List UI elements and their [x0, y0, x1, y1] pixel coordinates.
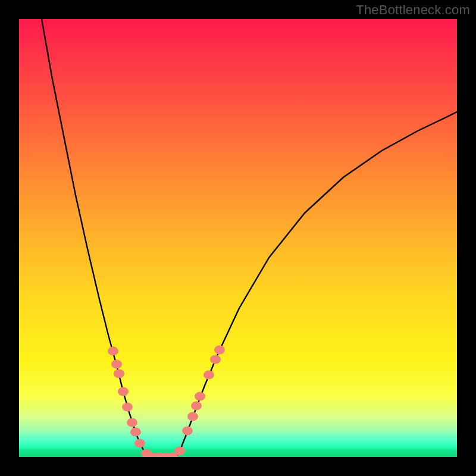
chart-frame: TheBottleneck.com — [0, 0, 476, 476]
highlight-dot — [118, 387, 129, 396]
highlight-dot — [114, 369, 124, 378]
highlight-dot — [134, 439, 145, 448]
highlight-dot — [127, 418, 137, 427]
highlight-dot — [182, 427, 193, 436]
bottleneck-curve — [19, 19, 457, 457]
highlight-dot — [187, 412, 198, 421]
highlight-dot — [191, 402, 202, 411]
curve-path — [42, 19, 457, 457]
highlight-dot — [130, 428, 141, 437]
highlight-dot — [195, 392, 205, 401]
watermark-text: TheBottleneck.com — [356, 2, 470, 18]
highlight-dot — [203, 371, 214, 380]
highlight-dot — [210, 355, 221, 364]
highlight-dot — [214, 346, 225, 355]
highlight-dot — [111, 360, 122, 369]
highlight-dot — [122, 403, 133, 412]
highlight-dot — [174, 447, 185, 456]
plot-area — [19, 19, 457, 457]
highlight-dot — [108, 347, 118, 356]
